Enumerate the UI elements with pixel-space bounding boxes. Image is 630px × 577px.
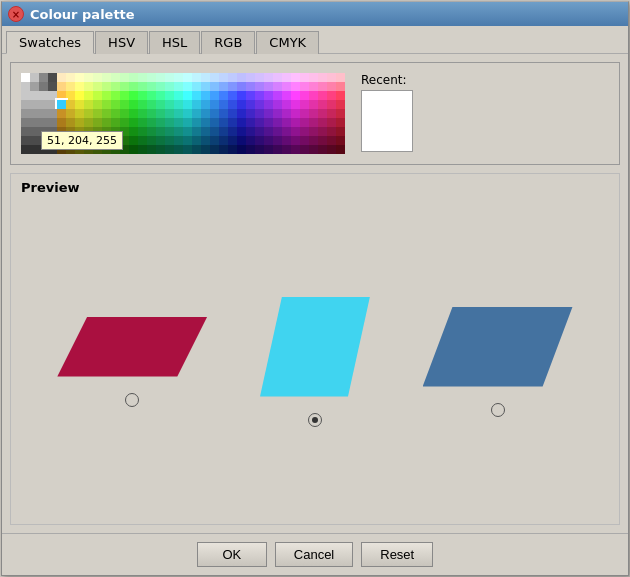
color-cell[interactable] bbox=[75, 91, 84, 100]
color-cell[interactable] bbox=[165, 145, 174, 154]
color-cell[interactable] bbox=[174, 145, 183, 154]
color-cell[interactable] bbox=[174, 73, 183, 82]
color-cell[interactable] bbox=[48, 127, 57, 136]
color-cell[interactable] bbox=[147, 136, 156, 145]
color-cell[interactable] bbox=[84, 91, 93, 100]
color-cell[interactable] bbox=[309, 118, 318, 127]
color-cell[interactable] bbox=[300, 100, 309, 109]
color-cell[interactable] bbox=[111, 73, 120, 82]
color-cell[interactable] bbox=[66, 136, 75, 145]
color-cell[interactable] bbox=[93, 118, 102, 127]
color-cell[interactable] bbox=[21, 109, 30, 118]
color-cell[interactable] bbox=[183, 127, 192, 136]
color-cell[interactable] bbox=[111, 127, 120, 136]
color-cell[interactable] bbox=[48, 136, 57, 145]
color-cell[interactable] bbox=[48, 73, 57, 82]
color-cell[interactable] bbox=[102, 109, 111, 118]
color-cell[interactable] bbox=[57, 91, 66, 100]
color-cell[interactable] bbox=[147, 91, 156, 100]
color-cell[interactable] bbox=[93, 136, 102, 145]
color-cell[interactable] bbox=[138, 109, 147, 118]
color-cell[interactable] bbox=[318, 100, 327, 109]
color-cell[interactable] bbox=[327, 118, 336, 127]
color-cell[interactable] bbox=[264, 100, 273, 109]
reset-button[interactable]: Reset bbox=[361, 542, 433, 567]
color-cell[interactable] bbox=[174, 127, 183, 136]
color-cell[interactable] bbox=[255, 109, 264, 118]
color-cell[interactable] bbox=[246, 100, 255, 109]
color-cell[interactable] bbox=[228, 136, 237, 145]
color-cell[interactable] bbox=[210, 91, 219, 100]
color-cell[interactable] bbox=[327, 82, 336, 91]
color-cell[interactable] bbox=[120, 127, 129, 136]
color-cell[interactable] bbox=[237, 100, 246, 109]
color-cell[interactable] bbox=[84, 127, 93, 136]
color-cell[interactable] bbox=[30, 91, 39, 100]
color-cell[interactable] bbox=[318, 136, 327, 145]
color-cell[interactable] bbox=[156, 127, 165, 136]
color-cell[interactable] bbox=[183, 91, 192, 100]
color-cell[interactable] bbox=[327, 136, 336, 145]
color-cell[interactable] bbox=[192, 145, 201, 154]
color-cell[interactable] bbox=[93, 73, 102, 82]
color-cell[interactable] bbox=[255, 82, 264, 91]
color-cell[interactable] bbox=[309, 127, 318, 136]
color-cell[interactable] bbox=[30, 109, 39, 118]
radio-button-1[interactable] bbox=[125, 393, 139, 407]
color-cell[interactable] bbox=[174, 136, 183, 145]
color-cell[interactable] bbox=[201, 109, 210, 118]
color-cell[interactable] bbox=[120, 82, 129, 91]
color-cell[interactable] bbox=[201, 73, 210, 82]
color-cell[interactable] bbox=[318, 145, 327, 154]
color-cell[interactable] bbox=[66, 91, 75, 100]
color-cell[interactable] bbox=[21, 82, 30, 91]
color-cell[interactable] bbox=[246, 127, 255, 136]
color-cell[interactable] bbox=[255, 118, 264, 127]
color-cell[interactable] bbox=[300, 73, 309, 82]
color-cell[interactable] bbox=[219, 109, 228, 118]
color-cell[interactable] bbox=[192, 91, 201, 100]
color-cell[interactable] bbox=[183, 73, 192, 82]
color-cell[interactable] bbox=[147, 73, 156, 82]
color-cell[interactable] bbox=[264, 82, 273, 91]
color-cell[interactable] bbox=[93, 127, 102, 136]
color-cell[interactable] bbox=[264, 118, 273, 127]
color-cell[interactable] bbox=[273, 109, 282, 118]
color-cell[interactable] bbox=[120, 109, 129, 118]
color-cell[interactable] bbox=[210, 109, 219, 118]
color-cell[interactable] bbox=[102, 82, 111, 91]
color-cell[interactable] bbox=[246, 136, 255, 145]
color-cell[interactable] bbox=[138, 136, 147, 145]
color-cell[interactable] bbox=[129, 73, 138, 82]
color-cell[interactable] bbox=[138, 91, 147, 100]
color-cell[interactable] bbox=[21, 73, 30, 82]
color-cell[interactable] bbox=[309, 145, 318, 154]
color-cell[interactable] bbox=[192, 109, 201, 118]
color-cell[interactable] bbox=[93, 145, 102, 154]
color-cell[interactable] bbox=[75, 136, 84, 145]
color-cell[interactable] bbox=[102, 136, 111, 145]
color-cell[interactable] bbox=[336, 73, 345, 82]
color-cell[interactable] bbox=[246, 91, 255, 100]
color-cell[interactable] bbox=[237, 109, 246, 118]
color-cell[interactable] bbox=[210, 136, 219, 145]
color-cell[interactable] bbox=[165, 127, 174, 136]
color-cell[interactable] bbox=[336, 100, 345, 109]
color-cell[interactable] bbox=[111, 82, 120, 91]
color-cell[interactable] bbox=[75, 82, 84, 91]
color-cell[interactable] bbox=[30, 145, 39, 154]
tab-hsv[interactable]: HSV bbox=[95, 31, 148, 54]
color-cell[interactable] bbox=[84, 136, 93, 145]
color-cell[interactable] bbox=[66, 73, 75, 82]
tab-cmyk[interactable]: CMYK bbox=[256, 31, 319, 54]
color-cell[interactable] bbox=[228, 127, 237, 136]
color-cell[interactable] bbox=[219, 118, 228, 127]
color-cell[interactable] bbox=[318, 109, 327, 118]
color-cell[interactable] bbox=[111, 136, 120, 145]
color-cell[interactable] bbox=[93, 109, 102, 118]
color-cell[interactable] bbox=[30, 100, 39, 109]
color-cell[interactable] bbox=[129, 118, 138, 127]
color-cell[interactable] bbox=[219, 145, 228, 154]
color-cell[interactable] bbox=[111, 109, 120, 118]
color-cell[interactable] bbox=[111, 91, 120, 100]
